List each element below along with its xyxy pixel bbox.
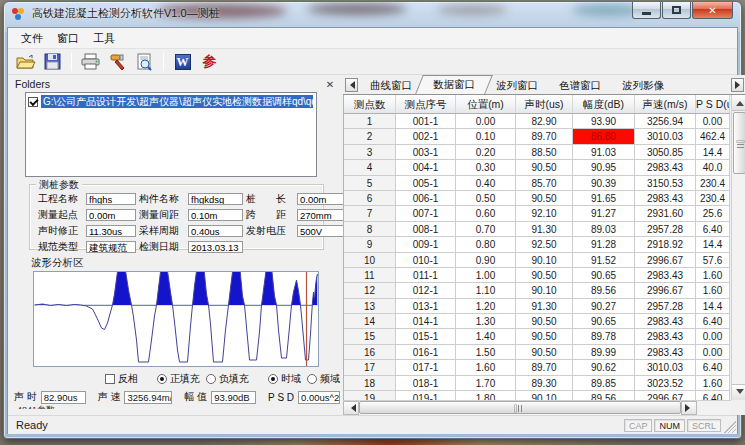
cell[interactable]: 90.10 — [516, 283, 573, 297]
cell[interactable]: 1.60 — [696, 283, 730, 297]
cell[interactable]: 16 — [344, 345, 396, 359]
cell[interactable]: 015-1 — [396, 329, 456, 343]
fill-positive-radio[interactable]: 正填充 — [157, 372, 200, 386]
cell[interactable]: 89.56 — [573, 391, 635, 400]
tool-button[interactable] — [106, 51, 129, 73]
cell[interactable]: 90.50 — [516, 329, 573, 343]
param-value-3[interactable]: 0.00m — [86, 209, 136, 221]
cell[interactable]: 3 — [344, 145, 396, 159]
folders-close-icon[interactable]: ✕ — [324, 79, 336, 90]
cell[interactable]: 90.39 — [573, 176, 635, 190]
scroll-right-button[interactable] — [681, 401, 697, 415]
cell[interactable]: 230.4 — [696, 191, 730, 205]
cell[interactable]: 0.90 — [456, 253, 516, 267]
cell[interactable]: 017-1 — [396, 360, 456, 374]
cell[interactable]: 3050.85 — [635, 145, 696, 159]
cell[interactable]: 9 — [344, 237, 396, 251]
cell[interactable]: 001-1 — [396, 114, 456, 128]
cell[interactable]: 1.80 — [456, 391, 516, 400]
parameters-button[interactable]: 参 — [198, 51, 221, 73]
cell[interactable]: 2 — [344, 129, 396, 143]
resize-grip[interactable] — [724, 421, 736, 433]
cell[interactable]: 15 — [344, 329, 396, 343]
cell[interactable]: 89.56 — [573, 283, 635, 297]
column-header-6[interactable]: P S D(us — [696, 95, 730, 113]
cell[interactable]: 2983.43 — [635, 268, 696, 282]
cell[interactable]: 0.60 — [456, 206, 516, 220]
cell[interactable]: 11 — [344, 268, 396, 282]
scroll-left-button[interactable] — [343, 401, 359, 415]
cell[interactable]: 2996.67 — [635, 391, 696, 400]
param-value-7[interactable]: 0.40us — [188, 225, 243, 237]
cell[interactable]: 013-1 — [396, 299, 456, 313]
cell[interactable]: 6 — [344, 191, 396, 205]
cell[interactable]: 003-1 — [396, 145, 456, 159]
cell[interactable]: 89.85 — [573, 376, 635, 390]
vertical-scrollbar[interactable] — [731, 95, 745, 400]
cell[interactable]: 014-1 — [396, 314, 456, 328]
cell[interactable]: 002-1 — [396, 129, 456, 143]
print-button[interactable] — [79, 51, 102, 73]
folder-item[interactable]: G:\公司产品设计开发\超声仪器\超声仪实地检测数据调样qd\qd03\qd03… — [28, 95, 314, 108]
reading-value-2[interactable]: 93.90dB — [211, 391, 256, 404]
cell[interactable]: 57.6 — [696, 253, 730, 267]
close-button[interactable]: ✕ — [692, 2, 733, 19]
cell[interactable]: 010-1 — [396, 253, 456, 267]
param-value-6[interactable]: 11.30us — [86, 225, 136, 237]
cell[interactable]: 1.40 — [456, 329, 516, 343]
maximize-button[interactable] — [662, 2, 691, 19]
cell[interactable]: 4 — [344, 160, 396, 174]
folders-list[interactable]: G:\公司产品设计开发\超声仪器\超声仪实地检测数据调样qd\qd03\qd03… — [25, 92, 317, 177]
cell[interactable]: 90.10 — [516, 253, 573, 267]
cell[interactable]: 018-1 — [396, 376, 456, 390]
cell[interactable]: 90.50 — [516, 160, 573, 174]
column-header-2[interactable]: 位置(m) — [456, 95, 516, 113]
cell[interactable]: 2957.28 — [635, 299, 696, 313]
cell[interactable]: 89.03 — [573, 222, 635, 236]
column-header-1[interactable]: 测点序号 — [396, 95, 456, 113]
time-domain-radio[interactable]: 时域 — [268, 372, 301, 386]
cell[interactable]: 005-1 — [396, 176, 456, 190]
minimize-button[interactable] — [632, 2, 661, 19]
tab-scroll-right-button[interactable] — [731, 78, 744, 92]
horizontal-scrollbar[interactable] — [343, 400, 731, 415]
cell[interactable]: 89.70 — [516, 129, 573, 143]
cell[interactable]: 1.10 — [456, 283, 516, 297]
cell[interactable]: 13 — [344, 299, 396, 313]
cell[interactable]: 10 — [344, 253, 396, 267]
cell[interactable]: 90.65 — [573, 268, 635, 282]
cell[interactable]: 91.28 — [573, 237, 635, 251]
cell[interactable]: 2983.43 — [635, 160, 696, 174]
cell[interactable]: 14 — [344, 314, 396, 328]
cell[interactable]: 019-1 — [396, 391, 456, 400]
cell[interactable]: 2931.60 — [635, 206, 696, 220]
cell[interactable]: 91.52 — [573, 253, 635, 267]
cell[interactable]: 0.40 — [456, 176, 516, 190]
vertical-scroll-thumb[interactable] — [733, 112, 745, 174]
cell[interactable]: 3256.94 — [635, 114, 696, 128]
word-export-button[interactable]: W — [171, 51, 194, 73]
param-value-9[interactable]: 建筑规范 — [86, 241, 136, 253]
cell[interactable]: 0.70 — [456, 222, 516, 236]
cell[interactable]: 462.4 — [696, 129, 730, 143]
cell[interactable]: 2996.67 — [635, 283, 696, 297]
cell[interactable]: 91.65 — [573, 191, 635, 205]
horizontal-scroll-thumb[interactable] — [359, 401, 681, 414]
reading-value-1[interactable]: 3256.94m/s — [124, 391, 172, 404]
cell[interactable]: 5 — [344, 176, 396, 190]
cell[interactable]: 14.4 — [696, 299, 730, 313]
freq-domain-radio[interactable]: 频域 — [307, 372, 340, 386]
cell[interactable]: 1.30 — [456, 314, 516, 328]
cell[interactable]: 90.65 — [573, 314, 635, 328]
cell[interactable]: 007-1 — [396, 206, 456, 220]
column-header-3[interactable]: 声时(us) — [516, 95, 573, 113]
cell[interactable]: 3023.52 — [635, 376, 696, 390]
cell[interactable]: 3150.53 — [635, 176, 696, 190]
fill-negative-radio[interactable]: 负填充 — [206, 372, 249, 386]
cell[interactable]: 3010.03 — [635, 129, 696, 143]
cell[interactable]: 89.99 — [573, 345, 635, 359]
cell[interactable]: 1.00 — [456, 268, 516, 282]
menu-item-1[interactable]: 窗口 — [50, 29, 86, 48]
cell[interactable]: 2957.28 — [635, 222, 696, 236]
cell[interactable]: 90.62 — [573, 360, 635, 374]
